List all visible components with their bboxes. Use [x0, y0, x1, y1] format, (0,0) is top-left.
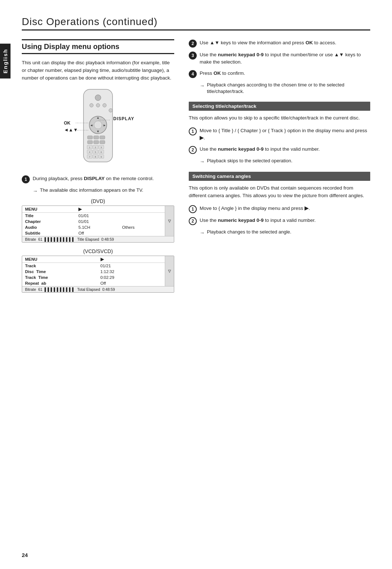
- dvd-table: MENU ▶ ▽ Title 01/01 Chapter 01/01: [22, 206, 174, 242]
- svg-point-4: [103, 103, 106, 107]
- vcd-table: MENU ▶ ▽ Track 01/21 Disc Time 1:12:32: [22, 256, 174, 292]
- selecting-step-2-note: → Playback skips to the selected operati…: [200, 158, 370, 165]
- ok-label: OK: [64, 121, 70, 126]
- remote-illustration: OK ········· ◄▲▼ ········· DISPLAY ·····…: [62, 89, 134, 168]
- vcd-bitrate-row: Bitrate 61 ▌▌▌▌▌▌▌▌▌▌ Total Elapsed 0:48…: [22, 286, 174, 293]
- dvd-title-row: Title 01/01: [22, 213, 174, 219]
- arrows-dots: ·········: [75, 128, 89, 132]
- selecting-step-2-num: 2: [189, 146, 197, 154]
- selecting-step-2: 2 Use the numeric keypad 0-9 to input th…: [189, 146, 370, 154]
- vcd-tracktime-row: Track Time 0:02:29: [22, 275, 174, 280]
- remote-area: OK ········· ◄▲▼ ········· DISPLAY ·····…: [22, 89, 174, 168]
- vcd-menu-row: MENU ▶ ▽: [22, 256, 174, 263]
- switching-intro: This option is only available on DVDs th…: [189, 184, 370, 200]
- right-step-2-content: Use ▲▼ keys to view the information and …: [200, 39, 370, 46]
- svg-point-5: [109, 109, 113, 112]
- switching-step-2-note: → Playback changes to the selected angle…: [200, 229, 370, 236]
- svg-point-1: [95, 95, 101, 101]
- right-column: 2 Use ▲▼ keys to view the information an…: [189, 39, 370, 298]
- sidebar-english-label: English: [0, 44, 11, 78]
- dvd-chapter-row: Chapter 01/01: [22, 219, 174, 224]
- right-step-3-content: Use the numeric keypad 0-9 to input the …: [200, 51, 370, 66]
- dvd-audio-row: Audio 5.1CH Others: [22, 224, 174, 230]
- right-step-3: 3 Use the numeric keypad 0-9 to input th…: [189, 51, 370, 66]
- switching-step-1-content: Move to { Angle } in the display menu an…: [200, 205, 370, 212]
- left-column: Using Display menu options This unit can…: [22, 39, 174, 298]
- right-step-4-note: → Playback changes according to the chos…: [200, 82, 370, 95]
- switching-step-1-num: 1: [189, 205, 197, 213]
- step-1-content: During playback, press DISPLAY on the re…: [33, 175, 174, 182]
- svg-text:▼: ▼: [97, 130, 100, 133]
- svg-text:◄: ◄: [90, 123, 93, 127]
- dvd-subtitle-row: Subtitle Off: [22, 230, 174, 236]
- svg-point-7: [94, 121, 102, 129]
- ok-dots: ·········: [75, 121, 89, 125]
- selecting-step-2-content: Use the numeric keypad 0-9 to input the …: [200, 146, 370, 153]
- selecting-step-1-content: Move to { Title } / { Chapter } or { Tra…: [200, 127, 370, 142]
- right-step-4-content: Press OK to confirm.: [200, 70, 370, 77]
- selecting-section-header: Selecting title/chapter/track: [189, 102, 370, 111]
- page-header: Disc Operations (continued): [22, 15, 370, 31]
- svg-point-3: [96, 103, 100, 107]
- vcd-repeat-row: Repeat ab Off: [22, 280, 174, 286]
- svg-rect-13: [94, 136, 99, 139]
- right-step-3-num: 3: [189, 52, 197, 60]
- svg-rect-16: [94, 141, 99, 144]
- right-step-2-num: 2: [189, 40, 197, 48]
- vcd-track-row: Track 01/21: [22, 263, 174, 269]
- dvd-label: (DVD): [22, 198, 174, 204]
- svg-rect-17: [100, 141, 105, 144]
- display-dots: ········: [99, 118, 110, 122]
- svg-rect-14: [100, 136, 105, 139]
- selecting-step-1-num: 1: [189, 127, 197, 135]
- page: English Disc Operations (continued) Usin…: [0, 0, 392, 569]
- dvd-bitrate-row: Bitrate 61 ▌▌▌▌▌▌▌▌▌▌ Title Elapsed 0:48…: [22, 236, 174, 243]
- display-label: DISPLAY: [113, 116, 134, 121]
- vcd-display-box: MENU ▶ ▽ Track 01/21 Disc Time 1:12:32: [22, 256, 174, 293]
- switching-section-header: Switching camera angles: [189, 172, 370, 181]
- right-step-4-num: 4: [189, 70, 197, 78]
- svg-text:►: ►: [103, 123, 106, 127]
- dvd-menu-row: MENU ▶ ▽: [22, 206, 174, 213]
- page-title: Disc Operations (continued): [22, 15, 370, 28]
- vcd-label: (VCD/SVCD): [22, 248, 174, 254]
- right-step-4: 4 Press OK to confirm.: [189, 70, 370, 78]
- intro-text: This unit can display the disc playback …: [22, 59, 174, 82]
- main-columns: Using Display menu options This unit can…: [22, 39, 370, 298]
- selecting-intro: This option allows you to skip to a spec…: [189, 114, 370, 122]
- svg-rect-15: [87, 141, 93, 144]
- dvd-display-box: MENU ▶ ▽ Title 01/01 Chapter 01/01: [22, 206, 174, 243]
- selecting-step-1: 1 Move to { Title } / { Chapter } or { T…: [189, 127, 370, 142]
- svg-rect-12: [87, 136, 93, 139]
- right-step-2: 2 Use ▲▼ keys to view the information an…: [189, 39, 370, 48]
- switching-step-2: 2 Use the numeric keypad 0-9 to input a …: [189, 217, 370, 225]
- page-number: 24: [22, 552, 28, 558]
- vcd-disctime-row: Disc Time 1:12:32: [22, 269, 174, 275]
- step-1-note: → The available disc information appears…: [33, 187, 174, 195]
- section-title: Using Display menu options: [22, 39, 174, 54]
- switching-step-2-num: 2: [189, 217, 197, 225]
- step-1-num: 1: [22, 175, 30, 183]
- switching-step-2-content: Use the numeric keypad 0-9 to input a va…: [200, 217, 370, 224]
- svg-point-2: [90, 103, 93, 107]
- step-1: 1 During playback, press DISPLAY on the …: [22, 175, 174, 183]
- switching-step-1: 1 Move to { Angle } in the display menu …: [189, 205, 370, 213]
